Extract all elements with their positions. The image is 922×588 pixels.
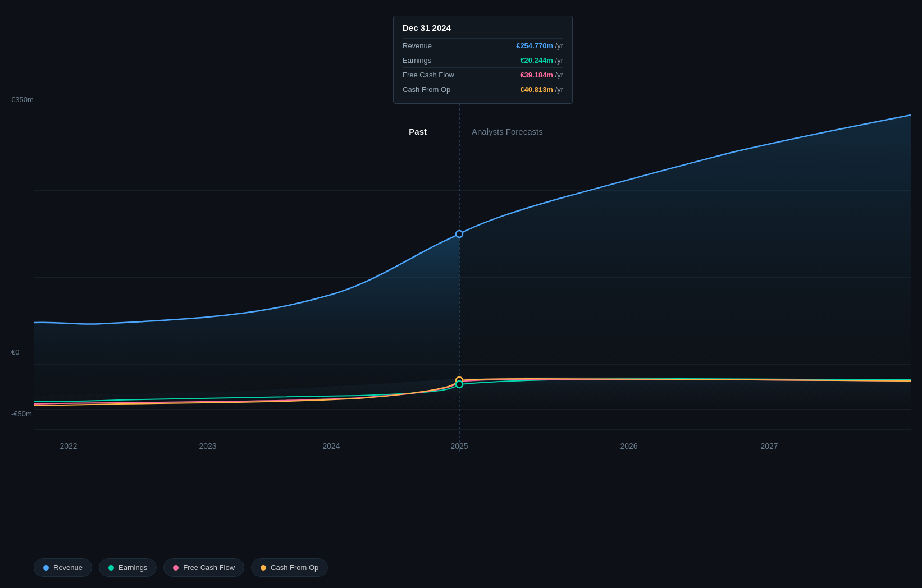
tooltip-value-earnings: €20.244m /yr xyxy=(520,56,563,65)
tooltip-label-earnings: Earnings xyxy=(403,56,431,65)
legend-dot-cashop xyxy=(261,565,266,571)
tooltip-row-earnings: Earnings €20.244m /yr xyxy=(403,53,563,67)
chart-container: Dec 31 2024 Revenue €254.770m /yr Earnin… xyxy=(0,0,922,588)
legend-dot-earnings xyxy=(108,565,114,571)
tooltip-row-cashop: Cash From Op €40.813m /yr xyxy=(403,82,563,97)
svg-text:Past: Past xyxy=(409,127,427,136)
legend-label-fcf: Free Cash Flow xyxy=(183,563,235,572)
svg-point-9 xyxy=(456,231,463,237)
tooltip-date: Dec 31 2024 xyxy=(403,23,563,33)
y-label-n50m: -€50m xyxy=(11,410,32,418)
legend: Revenue Earnings Free Cash Flow Cash Fro… xyxy=(34,558,328,577)
svg-text:Analysts Forecasts: Analysts Forecasts xyxy=(472,127,543,136)
tooltip-box: Dec 31 2024 Revenue €254.770m /yr Earnin… xyxy=(393,16,573,104)
legend-dot-revenue xyxy=(43,565,49,571)
legend-dot-fcf xyxy=(173,565,179,571)
svg-text:2024: 2024 xyxy=(322,442,340,451)
y-label-0: €0 xyxy=(11,348,19,356)
legend-item-earnings[interactable]: Earnings xyxy=(99,558,157,577)
svg-text:2023: 2023 xyxy=(199,442,216,451)
legend-item-cashop[interactable]: Cash From Op xyxy=(251,558,328,577)
tooltip-label-fcf: Free Cash Flow xyxy=(403,71,454,79)
legend-label-earnings: Earnings xyxy=(118,563,147,572)
tooltip-label-revenue: Revenue xyxy=(403,42,432,50)
tooltip-label-cashop: Cash From Op xyxy=(403,85,450,94)
legend-item-revenue[interactable]: Revenue xyxy=(34,558,92,577)
legend-label-revenue: Revenue xyxy=(53,563,83,572)
svg-text:2027: 2027 xyxy=(760,442,778,451)
y-label-350m: €350m xyxy=(11,95,34,104)
tooltip-value-revenue: €254.770m /yr xyxy=(516,42,563,50)
svg-text:2025: 2025 xyxy=(450,442,468,451)
tooltip-row-fcf: Free Cash Flow €39.184m /yr xyxy=(403,67,563,82)
legend-item-fcf[interactable]: Free Cash Flow xyxy=(163,558,244,577)
svg-text:2022: 2022 xyxy=(60,442,77,451)
tooltip-value-cashop: €40.813m /yr xyxy=(520,85,563,94)
legend-label-cashop: Cash From Op xyxy=(271,563,318,572)
svg-point-11 xyxy=(456,381,463,388)
chart-svg: Past Analysts Forecasts 2022 2023 2024 2… xyxy=(34,104,911,452)
tooltip-value-fcf: €39.184m /yr xyxy=(520,71,563,79)
tooltip-row-revenue: Revenue €254.770m /yr xyxy=(403,38,563,53)
svg-text:2026: 2026 xyxy=(620,442,637,451)
